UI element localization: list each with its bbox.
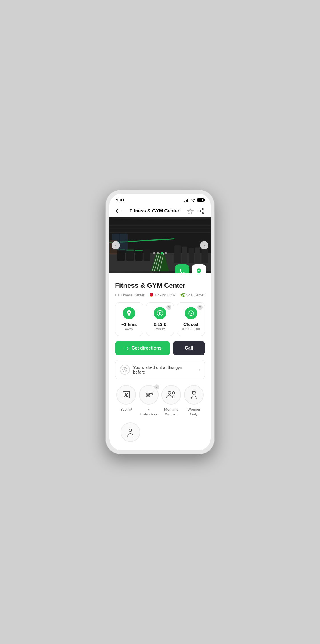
- svg-rect-33: [116, 294, 116, 296]
- dot-1[interactable]: [153, 252, 155, 254]
- price-help-icon[interactable]: ?: [166, 305, 171, 310]
- svg-rect-36: [119, 294, 119, 296]
- feature-women-only: WomenOnly: [184, 385, 204, 417]
- share-button[interactable]: [198, 207, 205, 215]
- dot-2[interactable]: [157, 252, 159, 254]
- svg-point-0: [202, 208, 204, 210]
- directions-button[interactable]: Get directions: [115, 341, 170, 355]
- svg-rect-35: [118, 294, 119, 296]
- price-card: ? ₺ 0.13 € /minute: [146, 302, 174, 336]
- svg-rect-31: [109, 219, 211, 271]
- women-icon: [184, 385, 204, 405]
- back-button[interactable]: [115, 207, 122, 215]
- phone-screen: 9:41: [109, 194, 211, 450]
- distance-card: ~1 kms away: [115, 302, 143, 336]
- status-icons: [184, 198, 204, 202]
- svg-point-46: [172, 392, 175, 394]
- hours-icon: [185, 307, 197, 319]
- category-fitness-label: Fitness Center: [121, 293, 145, 297]
- history-chevron-icon: ›: [199, 367, 200, 372]
- feature-area: 350 m²: [116, 385, 136, 417]
- women-only-label: WomenOnly: [187, 407, 200, 417]
- image-dots: [153, 252, 167, 254]
- svg-line-3: [201, 210, 202, 211]
- feature-instructors: ? 4Instructors: [139, 385, 159, 417]
- feature-icons: 350 m² ? 4Instructors: [115, 385, 205, 417]
- svg-line-4: [201, 212, 202, 213]
- svg-rect-32: [115, 294, 116, 296]
- content: Fitness & GYM Center Fitness Center: [109, 273, 211, 450]
- area-icon: [116, 385, 136, 405]
- hero-next-button[interactable]: ›: [200, 241, 208, 249]
- svg-text:₺: ₺: [159, 311, 161, 315]
- category-spa-label: Spa Center: [186, 293, 205, 297]
- hours-value: Closed 09:00-22:00: [182, 322, 200, 331]
- dumbbell-icon: [115, 294, 119, 296]
- bottom-feature: [115, 422, 205, 442]
- svg-rect-43: [150, 393, 152, 395]
- history-icon: [120, 365, 130, 375]
- info-cards: ~1 kms away ? ₺ 0.13 € /min: [115, 302, 205, 336]
- hours-card: ? Closed 09:00-22:00: [177, 302, 205, 336]
- feature-mixed: Men andWomen: [161, 385, 181, 417]
- dot-4[interactable]: [165, 252, 167, 254]
- svg-point-47: [192, 391, 195, 394]
- action-buttons: [175, 264, 206, 273]
- boxing-icon: 🥊: [149, 293, 154, 297]
- category-spa: 🌿 Spa Center: [180, 293, 205, 297]
- distance-icon: [123, 307, 135, 319]
- phone-frame: 9:41: [105, 190, 215, 454]
- svg-point-45: [168, 391, 171, 394]
- wifi-icon: [191, 198, 196, 202]
- svg-point-2: [199, 210, 201, 212]
- svg-rect-34: [116, 295, 118, 295]
- dot-3[interactable]: [161, 252, 163, 254]
- area-label: 350 m²: [121, 407, 132, 412]
- spa-icon: 🌿: [180, 293, 185, 297]
- instructors-label: 4Instructors: [140, 407, 157, 417]
- hours-help-icon[interactable]: ?: [197, 305, 203, 310]
- nav-bar: Fitness & GYM Center: [109, 205, 211, 217]
- svg-point-48: [129, 429, 132, 432]
- call-button[interactable]: Call: [173, 341, 205, 355]
- instructors-help-icon[interactable]: ?: [154, 384, 159, 389]
- signal-icon: [184, 198, 189, 202]
- location-button[interactable]: [192, 264, 206, 273]
- status-bar: 9:41: [109, 194, 211, 205]
- svg-point-44: [147, 394, 149, 396]
- nav-title: Fitness & GYM Center: [130, 208, 180, 214]
- nav-actions: [187, 207, 205, 215]
- gym-title: Fitness & GYM Center: [115, 282, 205, 289]
- price-value: 0.13 € /minute: [154, 322, 166, 331]
- category-boxing-label: Boxing GYM: [155, 293, 176, 297]
- distance-value: ~1 kms away: [121, 322, 137, 331]
- feature-person: [121, 422, 140, 442]
- person-icon: [121, 422, 140, 442]
- instructors-icon: ?: [139, 385, 159, 405]
- category-fitness: Fitness Center: [115, 293, 145, 297]
- hero-image: ‹ ›: [109, 217, 211, 273]
- favorite-button[interactable]: [187, 207, 194, 215]
- phone-button[interactable]: [175, 264, 189, 273]
- category-list: Fitness Center 🥊 Boxing GYM 🌿 Spa Center: [115, 293, 205, 297]
- price-icon: ₺: [154, 307, 166, 319]
- mixed-icon: [161, 385, 181, 405]
- svg-point-1: [202, 212, 204, 214]
- mixed-label: Men andWomen: [164, 407, 178, 417]
- category-boxing: 🥊 Boxing GYM: [149, 293, 176, 297]
- battery-icon: [197, 198, 204, 202]
- history-text: You worked out at this gym before: [133, 365, 196, 374]
- hero-prev-button[interactable]: ‹: [112, 241, 120, 249]
- status-time: 9:41: [116, 198, 124, 202]
- action-row: Get directions Call: [115, 341, 205, 355]
- history-bar[interactable]: You worked out at this gym before ›: [115, 360, 205, 379]
